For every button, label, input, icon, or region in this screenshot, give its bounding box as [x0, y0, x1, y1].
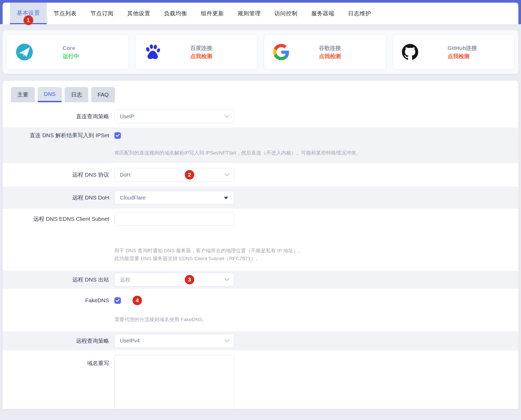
remote-dns-protocol-select[interactable]: DoH 2	[114, 168, 234, 182]
remote-dns-protocol-label: 远程 DNS 协议	[3, 171, 109, 178]
annotation-badge-1: 1	[23, 15, 33, 25]
google-icon	[273, 44, 289, 60]
row-direct-query-strategy: 直连查询策略 UseIP	[3, 105, 518, 127]
github-icon	[402, 44, 418, 60]
main-nav: 基本设置 1 节点列表 节点订阅 其他设置 负载均衡 组件更新 规则管理 访问控…	[3, 3, 518, 24]
google-status-card: 谷歌连接 点我检测	[264, 35, 386, 69]
nav-tab-node-list[interactable]: 节点列表	[47, 3, 84, 24]
ipset-checkbox[interactable]	[114, 132, 121, 139]
remote-query-strategy-label: 远程查询策略	[3, 337, 109, 345]
edns-description-line1: 用于 DNS 查询时通知 DNS 服务器，客户端所在的地理位置（不能是私有 IP…	[114, 247, 518, 254]
card-title: Core	[63, 44, 79, 52]
nav-tab-label: 服务器端	[311, 10, 334, 17]
nav-tab-label: 访问控制	[274, 10, 298, 17]
row-remote-query-strategy: 远程查询策略 UseIPv4	[3, 331, 518, 350]
top-bar: 基本设置 1 节点列表 节点订阅 其他设置 负载均衡 组件更新 规则管理 访问控…	[0, 0, 521, 24]
subtab-label: FAQ	[98, 91, 109, 98]
remote-query-strategy-select[interactable]: UseIPv4	[114, 334, 234, 348]
nav-tab-access-control[interactable]: 访问控制	[268, 3, 304, 24]
baidu-status-card: 百度连接 点我检测	[135, 35, 257, 69]
remote-dns-outbound-label: 远程 DNS 出站	[3, 276, 109, 283]
baidu-icon	[145, 44, 161, 60]
row-remote-dns-outbound: 远程 DNS 出站 远程 3	[3, 271, 518, 289]
subtab-main[interactable]: 主要	[11, 87, 35, 102]
row-edns-client-subnet: 远程 DNS EDNS Client Subnet 用于 DNS 查询时通知 D…	[3, 209, 518, 271]
nav-tab-rule-management[interactable]: 规则管理	[231, 3, 268, 24]
domain-rewrite-label: 域名重写	[3, 355, 109, 367]
google-check-link[interactable]: 点我检测	[319, 53, 341, 60]
card-title: GitHub连接	[448, 44, 477, 52]
annotation-badge-3: 3	[185, 275, 194, 284]
fakedns-checkbox[interactable]	[114, 297, 121, 304]
chevron-down-icon	[224, 339, 229, 342]
nav-tab-label: 组件更新	[201, 10, 224, 17]
row-ipset: 直连 DNS 解析结果写入到 IPSet 将匹配到的直连规则的域名解析IP写入到…	[3, 127, 518, 163]
nav-tab-other-settings[interactable]: 其他设置	[120, 3, 157, 24]
subtab-label: 主要	[17, 91, 28, 98]
subtab-label: 日志	[71, 91, 82, 98]
remote-dns-outbound-select[interactable]: 远程 3	[114, 273, 234, 286]
subtab-faq[interactable]: FAQ	[91, 87, 115, 102]
dns-settings-form: 直连查询策略 UseIP 直连 DNS 解析结果写入到 IPSet 将匹配到的直…	[3, 105, 518, 409]
check-icon	[116, 299, 120, 302]
select-value: 远程	[120, 276, 130, 283]
sub-tabs: 主要 DNS 日志 FAQ	[3, 81, 518, 102]
nav-tab-label: 节点列表	[54, 10, 77, 17]
select-value: DoH	[120, 172, 130, 178]
card-title: 谷歌连接	[319, 44, 341, 52]
fakedns-label: FakeDNS	[3, 297, 109, 304]
nav-tab-log-maintenance[interactable]: 日志维护	[341, 3, 378, 24]
subtab-dns[interactable]: DNS	[38, 87, 62, 102]
row-fakedns: FakeDNS 4 需要代理的分流规则域名使用 FakeDNS。	[3, 289, 518, 331]
settings-panel: 主要 DNS 日志 FAQ 直连查询策略 UseIP 直连 DNS 解析结果写入…	[3, 81, 518, 409]
nav-tab-component-update[interactable]: 组件更新	[194, 3, 231, 24]
edns-description-line2: 此功能需要 DNS 服务器支持 EDNS Client Subnet（RFC78…	[114, 255, 518, 262]
core-status-card: Core 运行中	[7, 35, 129, 69]
subtab-label: DNS	[44, 91, 55, 97]
row-remote-dns-protocol: 远程 DNS 协议 DoH 2	[3, 163, 518, 187]
nav-tab-label: 规则管理	[238, 10, 261, 17]
row-domain-rewrite: 域名重写	[3, 350, 518, 409]
select-value: UseIP	[120, 114, 134, 120]
nav-tab-node-subscription[interactable]: 节点订阅	[84, 3, 120, 24]
fakedns-description: 需要代理的分流规则域名使用 FakeDNS。	[109, 316, 518, 323]
nav-tab-label: 负载均衡	[164, 10, 187, 17]
direct-query-strategy-select[interactable]: UseIP	[114, 110, 234, 123]
baidu-check-link[interactable]: 点我检测	[190, 53, 212, 60]
ipset-description: 将匹配到的直连规则的域名解析IP写入到 IPSet/NFTSet，然后直连（不进…	[109, 149, 518, 157]
ipset-label: 直连 DNS 解析结果写入到 IPSet	[3, 132, 109, 139]
remote-dns-doh-select[interactable]: CloudFlare	[114, 191, 234, 204]
nav-tab-load-balancing[interactable]: 负载均衡	[157, 3, 194, 24]
select-value: UseIPv4	[120, 338, 140, 344]
status-cards-row: Core 运行中 百度连接 点我检测 谷歌连接 点我检测	[3, 30, 518, 74]
caret-down-icon	[224, 197, 228, 199]
card-title: 百度连接	[190, 44, 212, 52]
core-icon	[16, 43, 33, 61]
chevron-down-icon	[224, 278, 229, 281]
annotation-badge-4: 4	[132, 296, 142, 305]
nav-tab-server-side[interactable]: 服务器端	[304, 3, 341, 24]
edns-description: 用于 DNS 查询时通知 DNS 服务器，客户端所在的地理位置（不能是私有 IP…	[109, 247, 518, 262]
nav-tab-basic-settings[interactable]: 基本设置 1	[10, 3, 47, 24]
edns-client-subnet-label: 远程 DNS EDNS Client Subnet	[3, 215, 109, 223]
nav-tab-label: 节点订阅	[90, 10, 114, 17]
edns-client-subnet-input[interactable]	[114, 212, 234, 226]
subtab-log[interactable]: 日志	[65, 87, 88, 102]
github-check-link[interactable]: 点我检测	[448, 53, 477, 60]
direct-query-strategy-label: 直连查询策略	[3, 113, 109, 120]
nav-tab-label: 日志维护	[348, 10, 371, 17]
row-remote-dns-doh: 远程 DNS DoH CloudFlare	[3, 187, 518, 209]
nav-tab-label: 其他设置	[127, 10, 150, 17]
core-status-text: 运行中	[63, 53, 79, 60]
annotation-badge-2: 2	[185, 170, 194, 180]
select-value: CloudFlare	[120, 195, 146, 201]
github-status-card: GitHub连接 点我检测	[393, 35, 515, 69]
domain-rewrite-textarea[interactable]	[114, 355, 234, 409]
remote-dns-doh-label: 远程 DNS DoH	[3, 194, 109, 201]
check-icon	[116, 134, 120, 137]
chevron-down-icon	[224, 115, 229, 118]
chevron-down-icon	[224, 173, 229, 176]
